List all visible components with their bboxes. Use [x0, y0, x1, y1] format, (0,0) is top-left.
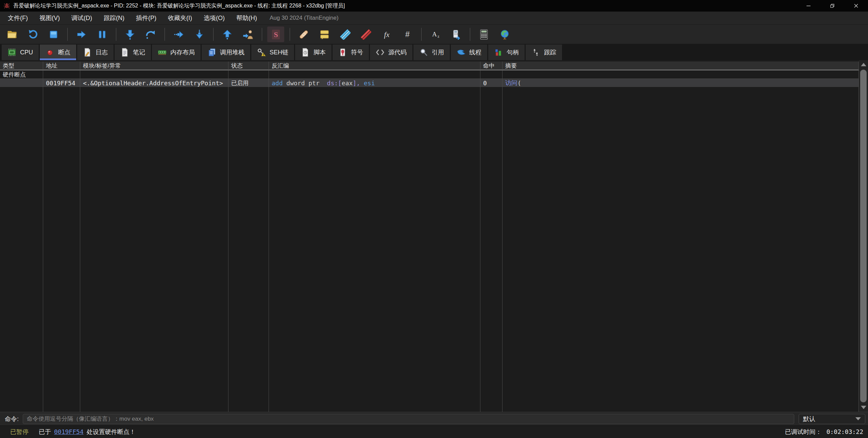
- tab-seh-chain[interactable]: SEH链: [251, 45, 294, 60]
- close-icon: [853, 2, 860, 9]
- run-to-user-code-button[interactable]: [239, 27, 256, 42]
- scroll-up-button[interactable]: [859, 60, 868, 69]
- vertical-scrollbar[interactable]: [859, 60, 868, 412]
- column-header[interactable]: 摘要: [503, 62, 859, 70]
- step-out-button[interactable]: [219, 27, 236, 42]
- breakpoint-icon: [46, 48, 54, 57]
- device-sync-button[interactable]: [447, 27, 464, 42]
- menu-item-help[interactable]: 帮助(H): [231, 14, 263, 22]
- menu-item-options[interactable]: 选项(O): [198, 14, 231, 22]
- close-button[interactable]: [844, 0, 868, 12]
- source-s-button[interactable]: S: [267, 27, 284, 42]
- column-header[interactable]: 状态: [228, 62, 269, 70]
- threads-icon: [457, 48, 465, 57]
- toolbar: Sfx#Az: [0, 24, 868, 44]
- bp-state: 已启用: [228, 79, 269, 87]
- tab-handles[interactable]: 句柄: [488, 45, 525, 60]
- callstack-icon: [207, 48, 216, 57]
- svg-text:S: S: [274, 30, 278, 39]
- tab-label: 线程: [469, 48, 481, 56]
- menu-item-view[interactable]: 视图(V): [34, 14, 66, 22]
- function-icon: fx: [381, 29, 392, 40]
- tab-source[interactable]: 源代码: [370, 45, 412, 60]
- bp-hits: 0: [480, 79, 503, 87]
- chevron-down-icon: [855, 417, 861, 420]
- column-header[interactable]: 模块/标签/异常: [80, 62, 228, 70]
- tab-log[interactable]: 日志: [77, 45, 114, 60]
- animate-icon: [173, 29, 184, 40]
- menu-item-debug[interactable]: 调试(D): [66, 14, 98, 22]
- column-header[interactable]: 命中: [480, 62, 503, 70]
- breakpoint-row[interactable]: 0019FF54<.&OptionalHeader.AddressOfEntry…: [0, 78, 859, 87]
- tab-label: 调用堆栈: [220, 48, 244, 56]
- toolbar-separator: [67, 28, 68, 41]
- menu-item-file[interactable]: 文件(F): [2, 14, 34, 22]
- animate-into-button[interactable]: [170, 27, 187, 42]
- minimize-button[interactable]: [797, 0, 820, 12]
- labels-button[interactable]: [337, 27, 354, 42]
- svg-text:fx: fx: [384, 30, 389, 39]
- functions-button[interactable]: fx: [378, 27, 395, 42]
- tab-threads[interactable]: 线程: [451, 45, 487, 60]
- tab-call-stack[interactable]: 调用堆栈: [202, 45, 250, 60]
- case-button[interactable]: Az: [427, 27, 444, 42]
- menu-item-favourites[interactable]: 收藏夹(I): [162, 14, 198, 22]
- hash-button[interactable]: #: [399, 27, 416, 42]
- bp-disassembly: add dword ptr ds:[eax], esi: [269, 79, 480, 87]
- tab-script[interactable]: 脚本: [295, 45, 331, 60]
- menu-item-trace[interactable]: 跟踪(N): [98, 14, 130, 22]
- menu-bar: 文件(F)视图(V)调试(D)跟踪(N)插件(P)收藏夹(I)选项(O)帮助(H…: [0, 12, 868, 24]
- folder-icon: [7, 29, 17, 40]
- tab-label: 断点: [58, 48, 70, 56]
- command-bar: 命令: 默认: [0, 412, 868, 425]
- tab-cpu[interactable]: CPU: [2, 45, 39, 60]
- tab-breakpoints[interactable]: 断点: [40, 45, 76, 60]
- address-link[interactable]: 0019FF54: [54, 428, 84, 435]
- scroll-down-button[interactable]: [859, 403, 868, 412]
- tab-trace[interactable]: 跟踪: [526, 45, 562, 60]
- restart-button[interactable]: [24, 27, 41, 42]
- step-into-button[interactable]: [121, 27, 138, 42]
- restart-icon: [28, 29, 38, 40]
- menu-item-plugins[interactable]: 插件(P): [130, 14, 162, 22]
- globe-button[interactable]: [496, 27, 513, 42]
- restore-button[interactable]: [820, 0, 844, 12]
- x32dbg-app-icon: [3, 2, 10, 9]
- patches-button[interactable]: [295, 27, 312, 42]
- open-button[interactable]: [3, 27, 20, 42]
- tab-notes[interactable]: 笔记: [115, 45, 151, 60]
- tab-symbols[interactable]: 符号: [333, 45, 369, 60]
- run-button[interactable]: [73, 27, 90, 42]
- column-header[interactable]: 类型: [0, 62, 43, 70]
- title-bar[interactable]: 吾爱破解论坛学习脱壳实例_aspack.exe - PID: 2252 - 模块…: [0, 0, 868, 12]
- trace-into-button[interactable]: [191, 27, 208, 42]
- tab-references[interactable]: 引用: [413, 45, 450, 60]
- command-input[interactable]: [23, 414, 794, 424]
- tab-label: 源代码: [388, 48, 407, 56]
- group-row[interactable]: 硬件断点: [0, 70, 859, 78]
- debug-state-badge: 已暂停: [10, 428, 29, 436]
- tab-label: 跟踪: [544, 48, 556, 56]
- column-header[interactable]: 地址: [43, 62, 80, 70]
- bookmarks-button[interactable]: [357, 27, 374, 42]
- bp-type: [0, 79, 43, 87]
- minimize-icon: [805, 2, 812, 9]
- step-into-icon: [125, 29, 135, 40]
- toolbar-separator: [421, 28, 422, 41]
- svg-text:#: #: [405, 30, 410, 39]
- debug-time-value: 0:02:03:22: [827, 428, 863, 435]
- calculator-button[interactable]: [475, 27, 492, 42]
- memory-icon: [158, 48, 167, 57]
- column-header[interactable]: 反汇编: [269, 62, 480, 70]
- breakpoints-table: 类型地址模块/标签/异常状态反汇编命中摘要 硬件断点 0019FF54<.&Op…: [0, 60, 868, 412]
- profile-dropdown[interactable]: 默认: [799, 414, 865, 424]
- tab-label: 笔记: [133, 48, 145, 56]
- label-icon: [340, 29, 351, 40]
- stop-button[interactable]: [45, 27, 62, 42]
- tab-label: 脚本: [313, 48, 326, 56]
- pause-button[interactable]: [93, 27, 110, 42]
- scrollbar-thumb[interactable]: [860, 70, 867, 402]
- step-over-button[interactable]: [142, 27, 159, 42]
- tab-memory-map[interactable]: 内存布局: [152, 45, 201, 60]
- comments-button[interactable]: [316, 27, 333, 42]
